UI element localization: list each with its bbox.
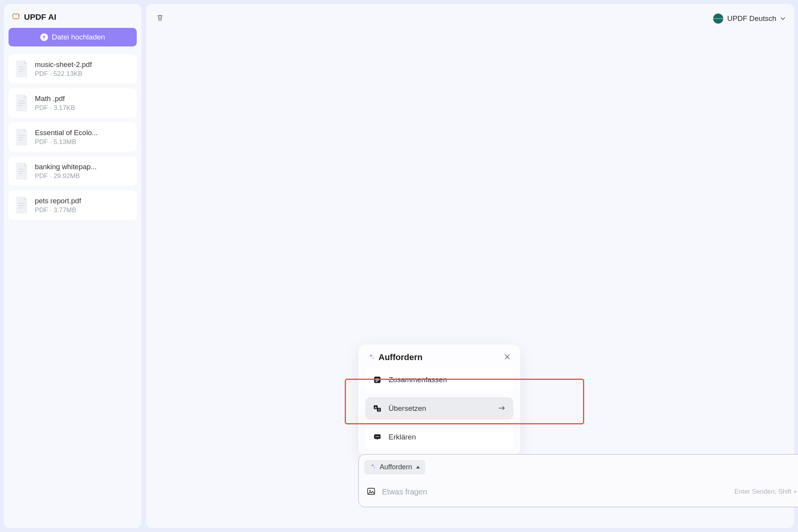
svg-rect-6 [19, 135, 25, 136]
svg-rect-9 [19, 169, 25, 170]
close-button[interactable] [504, 353, 511, 362]
close-icon [504, 354, 510, 360]
translate-icon: A文 [373, 404, 382, 413]
svg-rect-14 [19, 208, 22, 208]
prompt-popup: Auffordern Zusammenfassen A文 Übe [358, 345, 520, 455]
attach-image-button[interactable] [366, 487, 376, 497]
svg-rect-26 [377, 436, 378, 437]
svg-rect-2 [19, 71, 22, 72]
svg-rect-3 [19, 101, 25, 101]
prompt-option-label: Zusammenfassen [389, 376, 447, 384]
svg-rect-1 [19, 69, 25, 70]
prompt-option-label: Erklären [389, 433, 416, 441]
file-list: music-sheet-2.pdf PDF · 522.13KB Math .p… [9, 54, 137, 220]
svg-point-28 [374, 467, 375, 468]
svg-rect-17 [375, 378, 379, 379]
explain-icon [373, 433, 382, 441]
sparkle-icon [370, 463, 376, 471]
file-name: Math .pdf [35, 94, 131, 103]
upload-icon [40, 33, 48, 41]
svg-rect-11 [19, 173, 22, 174]
prompt-popup-title: Auffordern [378, 352, 423, 362]
content-area: Auffordern Zusammenfassen A文 Übe [154, 25, 786, 520]
composer-input[interactable] [382, 487, 728, 496]
document-icon [14, 94, 29, 112]
svg-rect-27 [378, 436, 379, 437]
main-panel: UPDF Deutsch Auffordern [146, 4, 794, 528]
composer: Auffordern Enter Senden; Shift + Enter N… [358, 454, 798, 507]
document-icon [14, 162, 29, 180]
svg-rect-0 [19, 67, 25, 67]
upload-button[interactable]: Datei hochladen [9, 28, 137, 46]
language-label: UPDF Deutsch [727, 14, 776, 23]
chevron-down-icon [780, 16, 786, 21]
prompt-option-explain[interactable]: Erklären [365, 426, 513, 448]
file-name: Essential of Ecolo... [35, 129, 131, 137]
svg-text:A: A [375, 406, 377, 409]
avatar [713, 14, 723, 24]
svg-text:文: 文 [378, 408, 380, 412]
svg-rect-4 [19, 103, 25, 104]
svg-rect-8 [19, 139, 22, 140]
brand-header: UPDF AI [9, 11, 137, 28]
trash-icon [156, 14, 164, 22]
file-meta: PDF · 3.77MB [35, 206, 131, 214]
image-icon [366, 487, 376, 496]
composer-mode-chip[interactable]: Auffordern [364, 460, 425, 474]
file-meta: PDF · 5.13MB [35, 138, 131, 146]
prompt-option-summarize[interactable]: Zusammenfassen [365, 369, 513, 391]
svg-rect-18 [375, 380, 379, 381]
arrow-right-icon [499, 404, 506, 413]
file-item[interactable]: pets report.pdf PDF · 3.77MB [9, 190, 137, 220]
svg-rect-13 [19, 205, 25, 206]
file-meta: PDF · 29.92MB [35, 172, 131, 180]
composer-hint: Enter Senden; Shift + Enter Neue Zeile [734, 488, 798, 496]
file-meta: PDF · 3.17KB [35, 104, 131, 112]
svg-point-15 [373, 357, 374, 359]
document-icon [14, 196, 29, 215]
file-item[interactable]: Math .pdf PDF · 3.17KB [9, 88, 137, 118]
svg-point-30 [369, 490, 371, 491]
delete-button[interactable] [154, 12, 166, 25]
svg-rect-10 [19, 171, 25, 172]
file-meta: PDF · 522.13KB [35, 70, 131, 78]
triangle-up-icon [416, 466, 420, 469]
svg-rect-12 [19, 203, 25, 204]
svg-rect-25 [375, 436, 376, 437]
sparkle-icon [368, 353, 375, 362]
brand-title: UPDF AI [24, 12, 56, 22]
file-name: music-sheet-2.pdf [35, 60, 131, 69]
file-item[interactable]: banking whitepap... PDF · 29.92MB [9, 156, 137, 186]
language-switcher[interactable]: UPDF Deutsch [712, 12, 786, 25]
prompt-option-label: Übersetzen [389, 404, 426, 413]
main-topbar: UPDF Deutsch [154, 12, 786, 25]
svg-rect-5 [19, 105, 22, 106]
upload-label: Datei hochladen [52, 33, 105, 41]
file-item[interactable]: music-sheet-2.pdf PDF · 522.13KB [9, 54, 137, 84]
composer-chip-label: Auffordern [380, 463, 412, 471]
svg-rect-19 [375, 381, 378, 382]
summarize-icon [373, 376, 382, 384]
svg-rect-7 [19, 137, 25, 138]
file-item[interactable]: Essential of Ecolo... PDF · 5.13MB [9, 122, 137, 152]
document-icon [14, 60, 29, 78]
document-icon [14, 128, 29, 146]
sidebar: UPDF AI Datei hochladen music-sheet-2.pd… [4, 4, 141, 528]
prompt-option-translate[interactable]: A文 Übersetzen [365, 397, 513, 420]
file-name: pets report.pdf [35, 197, 131, 205]
file-name: banking whitepap... [35, 163, 131, 171]
brand-icon [12, 13, 20, 21]
